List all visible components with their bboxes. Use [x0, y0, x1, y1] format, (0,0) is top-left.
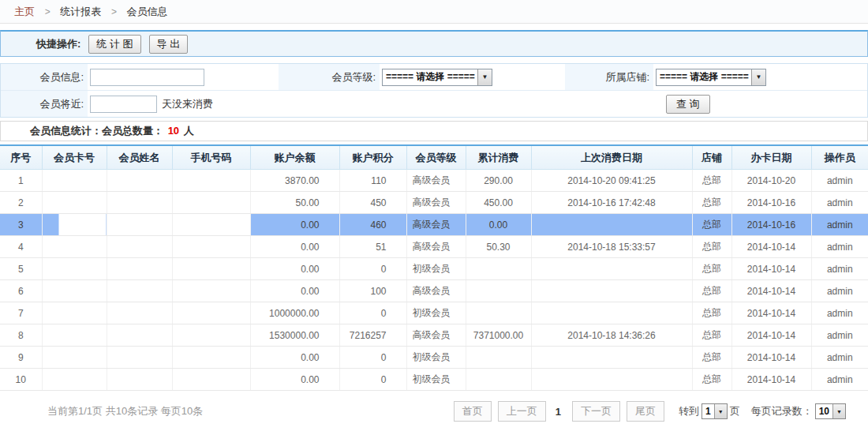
- last-page-button[interactable]: 尾页: [627, 401, 664, 422]
- store-select-value: ===== 请选择 =====: [657, 69, 751, 85]
- cell-balance: 0.00: [250, 280, 339, 302]
- cell-date: 2014-10-16: [731, 214, 811, 236]
- cell-no: 4: [0, 236, 42, 258]
- cell-store: 总部: [692, 192, 731, 214]
- cell-level: 高级会员: [406, 170, 466, 192]
- column-header: 手机号码: [172, 145, 250, 170]
- prev-page-button[interactable]: 上一页: [498, 401, 546, 422]
- chart-button[interactable]: 统 计 图: [88, 35, 140, 54]
- cell-card: [42, 369, 107, 391]
- cell-date: 2014-10-14: [731, 324, 811, 347]
- cell-store: 总部: [692, 258, 731, 280]
- cell-phone: [172, 280, 250, 302]
- cell-balance: 1000000.00: [250, 302, 339, 324]
- table-row[interactable]: 81530000.007216257高级会员7371000.002014-10-…: [0, 324, 868, 347]
- cell-level: 高级会员: [406, 214, 466, 236]
- cell-op: admin: [811, 280, 868, 302]
- chevron-down-icon[interactable]: ▼: [751, 69, 765, 85]
- table-row[interactable]: 250.00450高级会员450.002014-10-16 17:42:48总部…: [0, 192, 868, 214]
- chevron-down-icon[interactable]: ▼: [477, 69, 492, 85]
- cell-level: 初级会员: [406, 258, 466, 280]
- goto-page-select-value: 1: [702, 404, 714, 418]
- cell-store: 总部: [692, 324, 731, 347]
- cell-total: 0.00: [466, 214, 531, 236]
- cell-no: 2: [0, 192, 42, 214]
- cell-store: 总部: [692, 170, 731, 192]
- cell-phone: [172, 302, 250, 324]
- search-form-row-1: 会员信息: 会员等级: ===== 请选择 ===== ▼ 所属店铺: ====…: [1, 64, 867, 91]
- cell-total: [466, 258, 531, 280]
- cell-store: 总部: [692, 302, 731, 324]
- cell-last: 2014-10-18 14:36:26: [531, 324, 692, 347]
- breadcrumb-home-link[interactable]: 主页: [14, 6, 35, 17]
- cell-points: 100: [339, 280, 406, 302]
- cell-date: 2014-10-14: [731, 280, 811, 302]
- cell-points: 0: [339, 347, 406, 369]
- cell-date: 2014-10-14: [731, 302, 811, 324]
- cell-name: [107, 324, 172, 347]
- cell-op: admin: [811, 258, 868, 280]
- days-input[interactable]: [90, 96, 157, 113]
- cell-name: [107, 192, 172, 214]
- member-level-select[interactable]: ===== 请选择 ===== ▼: [382, 69, 492, 86]
- cell-card: [42, 258, 107, 280]
- cell-total: [466, 347, 531, 369]
- table-row[interactable]: 50.000初级会员总部2014-10-14admin: [0, 258, 868, 280]
- cell-no: 3: [0, 214, 42, 236]
- cell-points: 0: [339, 369, 406, 391]
- member-level-select-value: ===== 请选择 =====: [383, 69, 477, 85]
- cell-name: [107, 369, 172, 391]
- cell-last: 2014-10-20 09:41:25: [531, 170, 692, 192]
- cell-phone: [172, 324, 250, 347]
- cell-store: 总部: [692, 369, 731, 391]
- cell-total: [466, 369, 531, 391]
- cell-last: [531, 369, 692, 391]
- cell-date: 2014-10-20: [731, 170, 811, 192]
- cell-total: 290.00: [466, 170, 531, 192]
- per-page-select-value: 10: [816, 404, 832, 418]
- column-header: 账户积分: [339, 145, 406, 170]
- cell-points: 0: [339, 258, 406, 280]
- export-button[interactable]: 导 出: [149, 35, 189, 54]
- cell-points: 0: [339, 302, 406, 324]
- chevron-down-icon[interactable]: ▼: [714, 404, 727, 418]
- breadcrumb-item-members: 会员信息: [127, 6, 168, 17]
- cell-no: 7: [0, 302, 42, 324]
- first-page-button[interactable]: 首页: [454, 401, 492, 422]
- cell-total: [466, 280, 531, 302]
- table-row[interactable]: 100.000初级会员总部2014-10-14admin: [0, 369, 868, 391]
- member-level-label: 会员等级:: [279, 64, 380, 90]
- cell-no: 1: [0, 170, 42, 192]
- member-count-unit: 人: [184, 125, 194, 137]
- cell-level: 高级会员: [406, 192, 466, 214]
- cell-total: 450.00: [466, 192, 531, 214]
- cell-level: 高级会员: [406, 324, 466, 347]
- quick-actions-bar: 快捷操作: 统 计 图 导 出: [0, 30, 868, 57]
- table-row[interactable]: 90.000初级会员总部2014-10-14admin: [0, 347, 868, 369]
- breadcrumb-separator: >: [45, 6, 51, 17]
- query-button[interactable]: 查 询: [666, 95, 710, 114]
- column-header: 会员等级: [406, 145, 466, 170]
- breadcrumb-item-reports[interactable]: 统计报表: [60, 6, 101, 17]
- cell-balance: 50.00: [250, 192, 339, 214]
- table-row[interactable]: 13870.00110高级会员290.002014-10-20 09:41:25…: [0, 170, 868, 192]
- next-page-button[interactable]: 下一页: [572, 401, 620, 422]
- cell-op: admin: [811, 214, 868, 236]
- chevron-down-icon[interactable]: ▼: [832, 404, 845, 418]
- pagination-summary: 当前第1/1页 共10条记录 每页10条: [47, 404, 203, 418]
- table-row[interactable]: 60.00100高级会员总部2014-10-14admin: [0, 280, 868, 302]
- cell-balance: 0.00: [250, 258, 339, 280]
- cell-name: [107, 170, 172, 192]
- goto-page-select[interactable]: 1 ▼: [702, 403, 728, 419]
- cell-card: [42, 324, 107, 347]
- table-row[interactable]: 40.0051高级会员50.302014-10-18 15:33:57总部201…: [0, 236, 868, 258]
- cell-date: 2014-10-14: [731, 369, 811, 391]
- cell-store: 总部: [692, 347, 731, 369]
- member-table: 序号会员卡号会员姓名手机号码账户余额账户积分会员等级累计消费上次消费日期店铺办卡…: [0, 144, 868, 391]
- member-count: 10: [168, 125, 179, 137]
- table-row[interactable]: 71000000.000初级会员总部2014-10-14admin: [0, 302, 868, 324]
- store-select[interactable]: ===== 请选择 ===== ▼: [656, 69, 766, 86]
- member-info-input[interactable]: [90, 69, 204, 86]
- table-row[interactable]: 30.00460高级会员0.00总部2014-10-16admin: [0, 214, 868, 236]
- per-page-select[interactable]: 10 ▼: [815, 403, 846, 419]
